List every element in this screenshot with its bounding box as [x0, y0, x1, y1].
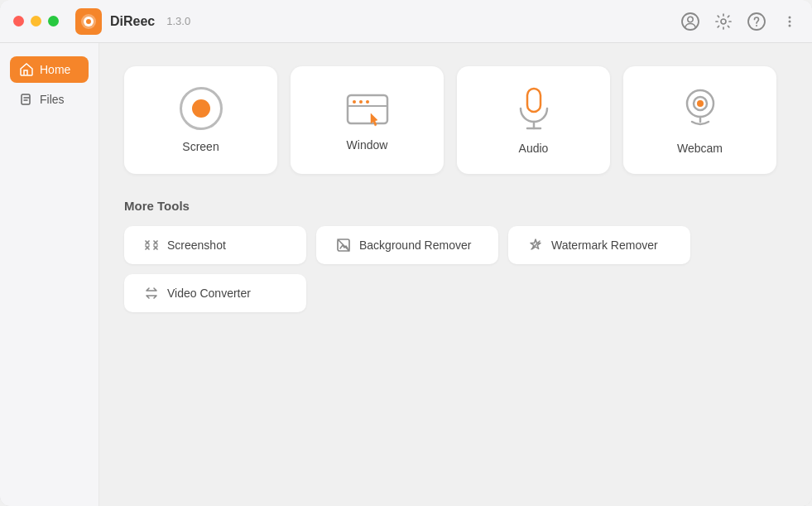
minimize-button[interactable]	[31, 16, 41, 27]
svg-point-15	[359, 100, 363, 104]
window-card[interactable]: Window	[291, 66, 444, 174]
background-remover-icon	[336, 238, 351, 253]
sidebar: Home Files	[0, 43, 99, 506]
svg-point-22	[697, 100, 704, 107]
svg-point-6	[721, 19, 726, 24]
screen-card[interactable]: Screen	[124, 66, 277, 174]
sidebar-files-label: Files	[40, 93, 65, 106]
svg-rect-12	[22, 94, 30, 104]
app-info: DiReec 1.3.0	[75, 8, 190, 35]
background-remover-label: Background Remover	[359, 239, 471, 252]
window-icon	[344, 89, 391, 128]
svg-line-32	[338, 239, 349, 251]
svg-point-14	[353, 100, 356, 104]
webcam-label: Webcam	[677, 142, 723, 155]
screen-icon	[180, 87, 223, 130]
app-window: DiReec 1.3.0	[0, 0, 812, 506]
screen-dot	[192, 99, 210, 118]
svg-rect-17	[527, 89, 541, 112]
account-icon[interactable]	[681, 12, 699, 31]
svg-point-5	[688, 17, 693, 22]
svg-point-8	[756, 25, 757, 27]
more-tools-section: More Tools	[124, 199, 787, 312]
watermark-remover-tool-button[interactable]: Watermark Remover	[508, 226, 690, 264]
close-button[interactable]	[13, 16, 24, 27]
svg-point-9	[789, 16, 791, 18]
webcam-card[interactable]: Webcam	[623, 66, 776, 174]
audio-icon	[514, 85, 554, 132]
webcam-icon	[677, 85, 723, 132]
audio-label: Audio	[519, 142, 549, 155]
traffic-lights	[13, 16, 59, 27]
titlebar: DiReec 1.3.0	[0, 0, 812, 43]
screenshot-icon	[144, 238, 159, 253]
content-area: Screen Window	[99, 43, 812, 506]
svg-point-11	[789, 24, 791, 27]
main-layout: Home Files Screen	[0, 43, 812, 506]
tools-grid: Screenshot Background Remover	[124, 226, 787, 312]
audio-card[interactable]: Audio	[457, 66, 610, 174]
svg-rect-13	[348, 95, 387, 123]
video-converter-label: Video Converter	[167, 287, 251, 300]
svg-point-3	[86, 19, 91, 24]
more-tools-label: More Tools	[124, 199, 787, 213]
svg-point-10	[789, 20, 791, 22]
help-icon[interactable]	[747, 12, 766, 31]
background-remover-tool-button[interactable]: Background Remover	[316, 226, 498, 264]
recording-cards: Screen Window	[124, 66, 787, 174]
video-converter-icon	[144, 286, 159, 301]
screenshot-tool-button[interactable]: Screenshot	[124, 226, 306, 264]
screenshot-label: Screenshot	[167, 239, 226, 252]
titlebar-actions	[681, 12, 799, 31]
video-converter-tool-button[interactable]: Video Converter	[124, 274, 306, 312]
watermark-remover-icon	[528, 238, 543, 253]
app-logo-icon	[75, 8, 102, 35]
app-version: 1.3.0	[166, 15, 190, 27]
window-label: Window	[347, 138, 388, 152]
sidebar-home-label: Home	[40, 63, 70, 76]
menu-icon[interactable]	[781, 12, 799, 31]
sidebar-item-home[interactable]: Home	[10, 56, 89, 83]
svg-point-16	[366, 100, 369, 104]
settings-icon[interactable]	[714, 12, 733, 31]
watermark-remover-label: Watermark Remover	[551, 239, 658, 252]
sidebar-item-files[interactable]: Files	[10, 86, 89, 113]
app-name: DiReec	[110, 14, 155, 29]
maximize-button[interactable]	[48, 16, 59, 27]
screen-label: Screen	[182, 140, 219, 153]
files-icon	[20, 93, 33, 106]
home-icon	[20, 63, 33, 76]
